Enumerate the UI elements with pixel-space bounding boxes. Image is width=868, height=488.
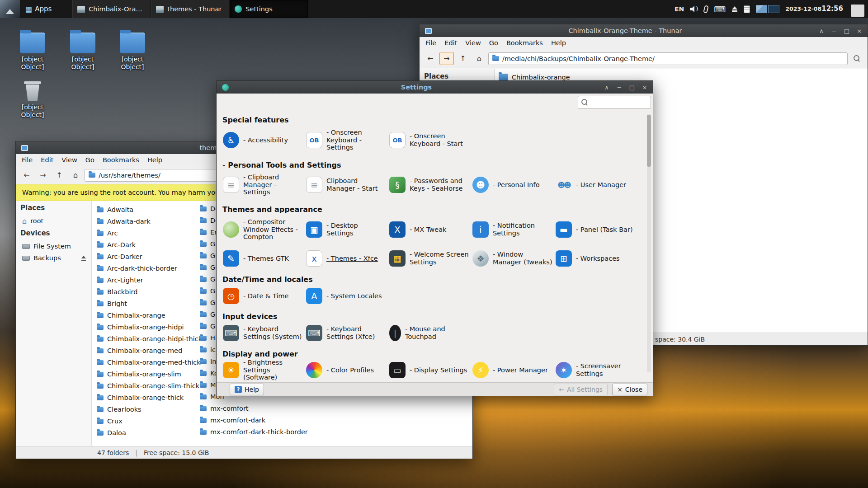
- file-item[interactable]: Blackbird: [97, 286, 202, 298]
- settings-item[interactable]: § - Passwords and Keys - SeaHorse: [389, 172, 472, 197]
- volume-icon[interactable]: ): [690, 5, 698, 13]
- clipboard-tray-icon[interactable]: [744, 5, 750, 13]
- file-item[interactable]: Clearlooks: [97, 404, 202, 415]
- file-item[interactable]: Chimbalix-orange-slim: [97, 368, 202, 380]
- settings-item[interactable]: OB - Onscreen Keyboard - Start: [389, 127, 472, 153]
- settings-item[interactable]: x - Themes - Xfce: [306, 246, 389, 271]
- paperclip-icon[interactable]: [704, 5, 708, 13]
- path-input[interactable]: [502, 55, 844, 62]
- all-settings-button[interactable]: ← All Settings: [554, 384, 608, 395]
- settings-item[interactable]: ✶ - Screensaver Settings: [556, 357, 639, 383]
- file-item[interactable]: Arc-dark-thick-border: [97, 263, 202, 274]
- desktop-icon[interactable]: [object Object]: [9, 30, 56, 71]
- menu-item[interactable]: View: [461, 38, 485, 48]
- back-button[interactable]: ←: [19, 169, 34, 182]
- settings-item[interactable]: OB - Onscreen Keyboard - Settings: [306, 127, 389, 153]
- search-input[interactable]: [584, 99, 661, 106]
- close-button[interactable]: ×: [854, 26, 865, 36]
- settings-item[interactable]: ⚡ - Power Manager: [472, 357, 556, 383]
- workspace-1[interactable]: [756, 5, 767, 13]
- menu-item[interactable]: Help: [547, 38, 570, 48]
- scrollbar-track[interactable]: [647, 114, 651, 372]
- settings-item[interactable]: ☻ - Personal Info: [472, 172, 556, 197]
- maximize-button[interactable]: □: [627, 82, 637, 92]
- menu-item[interactable]: Go: [81, 155, 99, 165]
- minimize-button[interactable]: −: [614, 82, 625, 92]
- settings-item[interactable]: i - Notification Settings: [472, 217, 556, 242]
- file-item[interactable]: Arc-Lighter: [97, 274, 202, 286]
- close-button[interactable]: ×: [639, 82, 650, 92]
- desktop-icon[interactable]: [object Object]: [9, 80, 56, 119]
- home-button[interactable]: ⌂: [472, 52, 486, 65]
- workspace-2[interactable]: [768, 5, 779, 13]
- keyboard-tray-icon[interactable]: ⌨: [714, 5, 726, 14]
- menu-item[interactable]: Bookmarks: [99, 155, 143, 165]
- file-item[interactable]: Chimbalix-orange-thick: [97, 392, 202, 404]
- settings-item[interactable]: ≡ - Clipboard Manager - Settings: [223, 172, 306, 197]
- menu-item[interactable]: File: [18, 155, 37, 165]
- sidebar-item-filesystem[interactable]: File System: [16, 241, 91, 252]
- keyboard-layout-indicator[interactable]: EN: [675, 5, 684, 13]
- file-item[interactable]: Chimbalix-orange-med-thick: [97, 357, 202, 368]
- eject-tray-icon[interactable]: [731, 6, 738, 12]
- help-button[interactable]: ? Help: [230, 384, 264, 395]
- menu-item[interactable]: Edit: [37, 155, 57, 165]
- menu-item[interactable]: File: [421, 38, 440, 48]
- settings-item[interactable]: ▣ - Desktop Settings: [306, 217, 389, 242]
- file-item[interactable]: Chimbalix-orange: [97, 310, 202, 321]
- settings-item[interactable]: - Compositor Window Effects - Compton: [223, 217, 306, 242]
- settings-item[interactable]: ≡ Clipboard Manager - Start: [306, 172, 389, 197]
- settings-item[interactable]: ♿ - Accessibility: [223, 127, 306, 153]
- file-item[interactable]: Adwaita: [97, 204, 202, 216]
- desktop-icon[interactable]: [object Object]: [59, 30, 106, 71]
- apps-button[interactable]: ▦ Apps: [20, 0, 57, 18]
- file-item[interactable]: Chimbalix-orange-hidpi: [97, 321, 202, 333]
- settings-item[interactable]: ✎ - Themes GTK: [223, 246, 306, 271]
- file-item[interactable]: Chimbalix-orange-hidpi-thick: [97, 333, 202, 345]
- settings-item[interactable]: ☀ - Brightness Settings (Software): [223, 357, 306, 383]
- forward-button[interactable]: →: [439, 52, 454, 65]
- menu-item[interactable]: View: [57, 155, 81, 165]
- menu-item[interactable]: Help: [143, 155, 166, 165]
- up-button[interactable]: ↑: [52, 169, 66, 182]
- taskbar-window-button[interactable]: themes - Thunar: [151, 0, 230, 18]
- shade-button[interactable]: ∧: [601, 82, 612, 92]
- file-item[interactable]: mx-comfort: [200, 403, 308, 414]
- file-item[interactable]: Chimbalix-orange-med: [97, 345, 202, 357]
- settings-item[interactable]: ❖ - Window Manager (Tweaks): [472, 246, 556, 271]
- menu-item[interactable]: Go: [485, 38, 502, 48]
- settings-item[interactable]: ⌨ - Keyboard Settings (System): [223, 320, 306, 346]
- file-item[interactable]: Arc-Dark: [97, 239, 202, 251]
- settings-item[interactable]: ⊞ - Workspaces: [556, 246, 639, 271]
- file-item[interactable]: Bright: [97, 298, 202, 310]
- file-item[interactable]: Daloa: [97, 427, 202, 439]
- file-item[interactable]: Chimbalix-orange-slim-thick: [97, 380, 202, 392]
- settings-item[interactable]: ◷ - Date & Time: [223, 283, 306, 309]
- back-button[interactable]: ←: [423, 52, 438, 65]
- file-item[interactable]: mx-comfort-dark: [200, 414, 308, 426]
- file-item[interactable]: mx-comfort-dark-thick-border: [200, 426, 308, 438]
- settings-item[interactable]: - Color Profiles: [306, 357, 389, 383]
- settings-item[interactable]: A - System Locales: [306, 283, 389, 309]
- settings-item[interactable]: ǀ - Mouse and Touchpad: [389, 320, 472, 346]
- home-button[interactable]: ⌂: [68, 169, 83, 182]
- file-item[interactable]: Arc: [97, 227, 202, 239]
- eject-icon[interactable]: [81, 256, 87, 261]
- taskbar-window-button[interactable]: Settings: [230, 0, 308, 18]
- minimize-button[interactable]: −: [829, 26, 840, 36]
- settings-item[interactable]: ☻☻ - User Manager: [556, 172, 639, 197]
- settings-item[interactable]: ⌨ - Keyboard Settings (Xfce): [306, 320, 389, 346]
- settings-item[interactable]: ▬ - Panel (Task Bar): [556, 217, 639, 242]
- sidebar-item-root[interactable]: ⌂ root: [16, 216, 91, 226]
- desktop-icon[interactable]: [object Object]: [109, 30, 156, 71]
- close-dialog-button[interactable]: × Close: [612, 384, 647, 395]
- file-item[interactable]: Arc-Darker: [97, 251, 202, 263]
- up-button[interactable]: ↑: [456, 52, 470, 65]
- clock[interactable]: 2023-12-08 12:56: [785, 5, 843, 13]
- taskbar-window-button[interactable]: Chimbalix-Orange-T...: [72, 0, 151, 18]
- sidebar-item-backups[interactable]: Backups: [16, 253, 91, 263]
- menu-item[interactable]: Bookmarks: [502, 38, 547, 48]
- file-item[interactable]: Crux: [97, 415, 202, 427]
- forward-button[interactable]: →: [36, 169, 50, 182]
- settings-item[interactable]: X - MX Tweak: [389, 217, 472, 242]
